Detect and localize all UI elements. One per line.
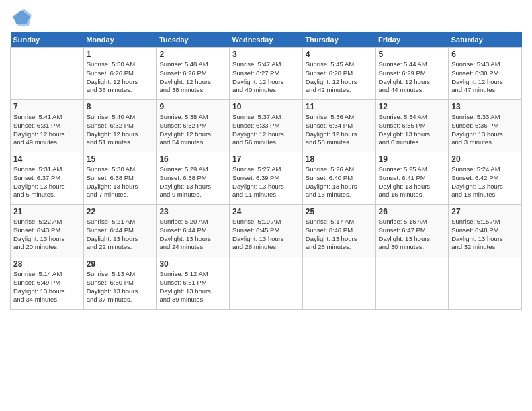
- calendar-cell: [302, 257, 375, 310]
- calendar-cell: 2Sunrise: 5:48 AM Sunset: 6:26 PM Daylig…: [157, 48, 230, 100]
- day-number: 6: [451, 50, 519, 59]
- calendar-cell: 23Sunrise: 5:20 AM Sunset: 6:44 PM Dayli…: [157, 205, 230, 257]
- calendar-cell: 25Sunrise: 5:17 AM Sunset: 6:46 PM Dayli…: [302, 205, 375, 257]
- day-info: Sunrise: 5:43 AM Sunset: 6:30 PM Dayligh…: [451, 60, 519, 95]
- weekday-header: Wednesday: [230, 32, 303, 48]
- weekday-header-row: SundayMondayTuesdayWednesdayThursdayFrid…: [11, 32, 522, 48]
- day-number: 23: [159, 207, 226, 216]
- calendar-week-row: 21Sunrise: 5:22 AM Sunset: 6:43 PM Dayli…: [11, 205, 522, 257]
- calendar-cell: 29Sunrise: 5:13 AM Sunset: 6:50 PM Dayli…: [83, 257, 157, 310]
- page-container: SundayMondayTuesdayWednesdayThursdayFrid…: [0, 0, 532, 316]
- day-info: Sunrise: 5:17 AM Sunset: 6:46 PM Dayligh…: [306, 218, 373, 252]
- day-info: Sunrise: 5:26 AM Sunset: 6:40 PM Dayligh…: [306, 165, 373, 199]
- day-info: Sunrise: 5:15 AM Sunset: 6:48 PM Dayligh…: [451, 218, 519, 252]
- day-info: Sunrise: 5:41 AM Sunset: 6:31 PM Dayligh…: [13, 113, 81, 147]
- day-info: Sunrise: 5:21 AM Sunset: 6:44 PM Dayligh…: [87, 218, 154, 252]
- day-info: Sunrise: 5:22 AM Sunset: 6:43 PM Dayligh…: [13, 218, 81, 252]
- weekday-header: Sunday: [11, 32, 84, 48]
- calendar-week-row: 1Sunrise: 5:50 AM Sunset: 6:26 PM Daylig…: [11, 48, 522, 100]
- day-info: Sunrise: 5:34 AM Sunset: 6:35 PM Dayligh…: [379, 113, 446, 147]
- calendar-week-row: 7Sunrise: 5:41 AM Sunset: 6:31 PM Daylig…: [11, 100, 522, 152]
- calendar-cell: 26Sunrise: 5:16 AM Sunset: 6:47 PM Dayli…: [375, 205, 449, 257]
- day-number: 18: [306, 154, 373, 164]
- calendar-cell: 20Sunrise: 5:24 AM Sunset: 6:42 PM Dayli…: [449, 152, 522, 205]
- calendar-cell: 19Sunrise: 5:25 AM Sunset: 6:41 PM Dayli…: [375, 152, 449, 205]
- day-info: Sunrise: 5:12 AM Sunset: 6:51 PM Dayligh…: [159, 270, 226, 304]
- day-info: Sunrise: 5:38 AM Sunset: 6:32 PM Dayligh…: [159, 113, 226, 147]
- calendar-cell: 4Sunrise: 5:45 AM Sunset: 6:28 PM Daylig…: [302, 48, 375, 100]
- calendar-cell: 1Sunrise: 5:50 AM Sunset: 6:26 PM Daylig…: [83, 48, 157, 100]
- day-number: 26: [379, 207, 446, 216]
- day-number: 24: [232, 207, 300, 216]
- calendar-cell: 18Sunrise: 5:26 AM Sunset: 6:40 PM Dayli…: [302, 152, 375, 205]
- day-number: 29: [87, 259, 154, 269]
- weekday-header: Tuesday: [157, 32, 230, 48]
- day-info: Sunrise: 5:36 AM Sunset: 6:34 PM Dayligh…: [306, 113, 373, 147]
- calendar-cell: 15Sunrise: 5:30 AM Sunset: 6:38 PM Dayli…: [83, 152, 157, 205]
- weekday-header: Friday: [375, 32, 449, 48]
- day-number: 19: [379, 154, 446, 164]
- calendar-cell: 14Sunrise: 5:31 AM Sunset: 6:37 PM Dayli…: [11, 152, 84, 205]
- day-number: 5: [379, 50, 446, 59]
- calendar-cell: 28Sunrise: 5:14 AM Sunset: 6:49 PM Dayli…: [11, 257, 84, 310]
- day-number: 25: [306, 207, 373, 216]
- day-info: Sunrise: 5:24 AM Sunset: 6:42 PM Dayligh…: [451, 165, 519, 199]
- calendar-table: SundayMondayTuesdayWednesdayThursdayFrid…: [10, 32, 522, 310]
- calendar-cell: 22Sunrise: 5:21 AM Sunset: 6:44 PM Dayli…: [83, 205, 157, 257]
- day-number: 20: [451, 154, 519, 164]
- calendar-cell: 5Sunrise: 5:44 AM Sunset: 6:29 PM Daylig…: [375, 48, 449, 100]
- calendar-cell: 27Sunrise: 5:15 AM Sunset: 6:48 PM Dayli…: [449, 205, 522, 257]
- day-number: 8: [87, 102, 154, 111]
- day-number: 10: [232, 102, 300, 111]
- day-info: Sunrise: 5:25 AM Sunset: 6:41 PM Dayligh…: [379, 165, 446, 199]
- day-number: 3: [232, 50, 300, 59]
- header: [10, 7, 522, 27]
- day-info: Sunrise: 5:45 AM Sunset: 6:28 PM Dayligh…: [306, 60, 373, 95]
- calendar-cell: 17Sunrise: 5:27 AM Sunset: 6:39 PM Dayli…: [230, 152, 303, 205]
- day-info: Sunrise: 5:31 AM Sunset: 6:37 PM Dayligh…: [13, 165, 81, 199]
- day-number: 21: [13, 207, 81, 216]
- day-info: Sunrise: 5:37 AM Sunset: 6:33 PM Dayligh…: [232, 113, 300, 147]
- calendar-week-row: 28Sunrise: 5:14 AM Sunset: 6:49 PM Dayli…: [11, 257, 522, 310]
- day-number: 7: [13, 102, 81, 111]
- calendar-cell: 8Sunrise: 5:40 AM Sunset: 6:32 PM Daylig…: [83, 100, 157, 152]
- calendar-cell: 7Sunrise: 5:41 AM Sunset: 6:31 PM Daylig…: [11, 100, 84, 152]
- day-info: Sunrise: 5:27 AM Sunset: 6:39 PM Dayligh…: [232, 165, 300, 199]
- calendar-cell: 13Sunrise: 5:33 AM Sunset: 6:36 PM Dayli…: [449, 100, 522, 152]
- day-number: 4: [306, 50, 373, 59]
- calendar-cell: 6Sunrise: 5:43 AM Sunset: 6:30 PM Daylig…: [449, 48, 522, 100]
- calendar-cell: 12Sunrise: 5:34 AM Sunset: 6:35 PM Dayli…: [375, 100, 449, 152]
- day-number: 12: [379, 102, 446, 111]
- day-number: 27: [451, 207, 519, 216]
- day-number: 13: [451, 102, 519, 111]
- day-info: Sunrise: 5:19 AM Sunset: 6:45 PM Dayligh…: [232, 218, 300, 252]
- day-info: Sunrise: 5:48 AM Sunset: 6:26 PM Dayligh…: [159, 60, 226, 95]
- calendar-cell: [449, 257, 522, 310]
- svg-marker-1: [14, 9, 32, 26]
- logo-icon: [11, 7, 32, 27]
- day-info: Sunrise: 5:30 AM Sunset: 6:38 PM Dayligh…: [87, 165, 154, 199]
- day-info: Sunrise: 5:33 AM Sunset: 6:36 PM Dayligh…: [451, 113, 519, 147]
- calendar-cell: 9Sunrise: 5:38 AM Sunset: 6:32 PM Daylig…: [157, 100, 230, 152]
- day-number: 1: [87, 50, 154, 59]
- calendar-cell: 21Sunrise: 5:22 AM Sunset: 6:43 PM Dayli…: [11, 205, 84, 257]
- calendar-cell: [375, 257, 449, 310]
- day-info: Sunrise: 5:16 AM Sunset: 6:47 PM Dayligh…: [379, 218, 446, 252]
- day-info: Sunrise: 5:47 AM Sunset: 6:27 PM Dayligh…: [232, 60, 300, 95]
- calendar-cell: 11Sunrise: 5:36 AM Sunset: 6:34 PM Dayli…: [302, 100, 375, 152]
- weekday-header: Monday: [83, 32, 157, 48]
- calendar-week-row: 14Sunrise: 5:31 AM Sunset: 6:37 PM Dayli…: [11, 152, 522, 205]
- logo: [10, 7, 32, 27]
- day-info: Sunrise: 5:13 AM Sunset: 6:50 PM Dayligh…: [87, 270, 154, 304]
- day-info: Sunrise: 5:14 AM Sunset: 6:49 PM Dayligh…: [13, 270, 81, 304]
- calendar-cell: 16Sunrise: 5:29 AM Sunset: 6:38 PM Dayli…: [157, 152, 230, 205]
- calendar-cell: 10Sunrise: 5:37 AM Sunset: 6:33 PM Dayli…: [230, 100, 303, 152]
- day-info: Sunrise: 5:29 AM Sunset: 6:38 PM Dayligh…: [159, 165, 226, 199]
- day-number: 14: [13, 154, 81, 164]
- calendar-cell: [11, 48, 84, 100]
- calendar-cell: 3Sunrise: 5:47 AM Sunset: 6:27 PM Daylig…: [230, 48, 303, 100]
- day-number: 22: [87, 207, 154, 216]
- day-info: Sunrise: 5:50 AM Sunset: 6:26 PM Dayligh…: [87, 60, 154, 95]
- day-number: 17: [232, 154, 300, 164]
- calendar-cell: 30Sunrise: 5:12 AM Sunset: 6:51 PM Dayli…: [157, 257, 230, 310]
